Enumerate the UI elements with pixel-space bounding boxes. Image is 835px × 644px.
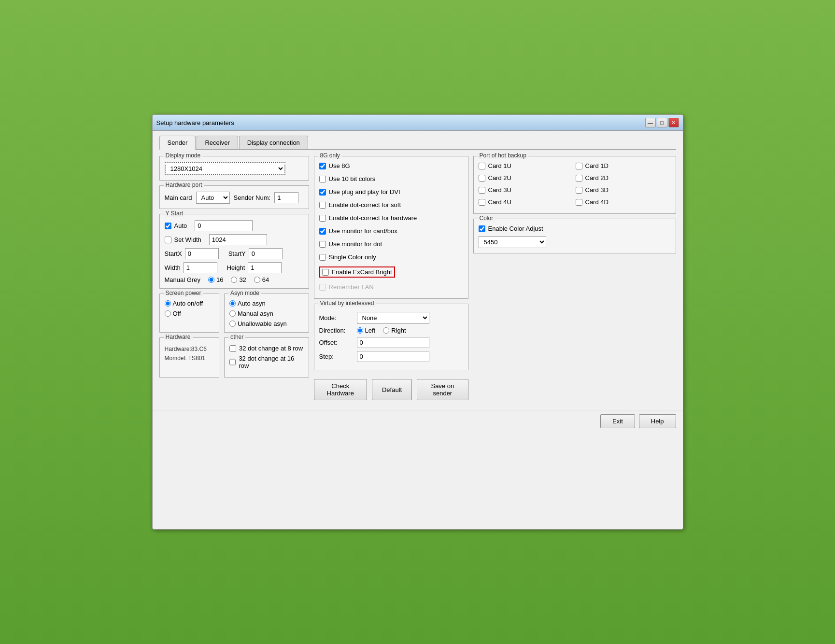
monitor-card-checkbox[interactable]	[319, 228, 326, 235]
display-mode-row: 1280X1024 1024X768 1920X1080	[165, 162, 304, 175]
dot-soft-label: Enable dot-correct for soft	[329, 201, 401, 209]
dot8-checkbox[interactable]	[229, 345, 236, 352]
maximize-button[interactable]: □	[657, 118, 667, 127]
set-width-checkbox[interactable]	[165, 237, 171, 243]
starty-input[interactable]	[249, 248, 283, 259]
tab-sender[interactable]: Sender	[159, 136, 196, 150]
excard-checkbox[interactable]	[322, 269, 329, 276]
card-1u-checkbox[interactable]	[479, 163, 485, 169]
starty-label: StartY	[228, 250, 246, 257]
auto-value-input[interactable]	[195, 220, 253, 231]
set-width-label: Set Width	[174, 236, 201, 243]
excard-label: Enable ExCard Bright	[332, 268, 392, 276]
window-title: Setup hardware parameters	[156, 119, 234, 126]
mode-select[interactable]: None Mode1 Mode2	[357, 312, 429, 324]
card-2u-checkbox[interactable]	[479, 175, 485, 182]
sender-num-input[interactable]	[274, 192, 298, 203]
sender-num-label: Sender Num:	[234, 194, 271, 201]
unallowable-asyn-radio[interactable]	[229, 321, 236, 327]
card-3d-checkbox[interactable]	[576, 187, 582, 194]
card-1d-label: Card 1D	[585, 162, 609, 169]
eight-g-label: 8G only	[318, 152, 342, 159]
enable-color-checkbox[interactable]	[479, 225, 485, 232]
title-bar: Setup hardware parameters — □ ✕	[153, 115, 683, 131]
single-color-row: Single Color only	[319, 253, 463, 261]
manual-asyn-radio[interactable]	[229, 310, 236, 317]
asyn-options: Auto asyn Manual asyn Unallowable asyn	[229, 300, 304, 327]
monitor-dot-checkbox[interactable]	[319, 241, 326, 248]
off-radio[interactable]	[165, 310, 171, 317]
grey-32-radio[interactable]	[231, 277, 237, 283]
auto-on-off-radio[interactable]	[165, 300, 171, 307]
grey-16-item: 16	[208, 276, 223, 283]
direction-options: Left Right	[357, 327, 406, 334]
dot-hw-label: Enable dot-correct for hardware	[329, 214, 417, 222]
right-item: Right	[383, 327, 406, 334]
card-2d-row: Card 2D	[576, 174, 671, 182]
tab-receiver[interactable]: Receiver	[197, 136, 238, 149]
color-value-select[interactable]: 5450 5000 6500	[479, 236, 546, 248]
startx-input[interactable]	[185, 248, 219, 259]
eight-g-list: Use 8G Use 10 bit colors Use plug and pl…	[319, 162, 463, 294]
card-1d-checkbox[interactable]	[576, 163, 582, 169]
dot-soft-checkbox[interactable]	[319, 202, 326, 209]
close-button[interactable]: ✕	[668, 118, 679, 127]
card-4d-checkbox[interactable]	[576, 199, 582, 206]
manual-asyn-item: Manual asyn	[229, 310, 304, 317]
use-10bit-checkbox[interactable]	[319, 176, 326, 182]
default-button[interactable]: Default	[372, 379, 412, 400]
right-column: Port of hot backup Card 1U Card 1D Ca	[473, 156, 676, 403]
dot16-checkbox[interactable]	[229, 359, 236, 365]
minimize-button[interactable]: —	[645, 118, 656, 127]
grey-64-radio[interactable]	[254, 277, 260, 283]
auto-on-off-label: Auto on/off	[173, 300, 203, 307]
ystart-label: Y Start	[164, 210, 185, 217]
save-on-sender-button[interactable]: Save on sender	[417, 379, 468, 400]
help-button[interactable]: Help	[639, 414, 676, 428]
step-input[interactable]	[357, 351, 429, 362]
title-bar-buttons: — □ ✕	[645, 118, 679, 127]
width-label: Width	[165, 264, 181, 271]
port-hot-backup-label: Port of hot backup	[478, 152, 528, 159]
use-8g-checkbox[interactable]	[319, 163, 326, 169]
color-label: Color	[478, 215, 495, 222]
auto-checkbox[interactable]	[165, 223, 171, 229]
card-3u-checkbox[interactable]	[479, 187, 485, 194]
card-4u-checkbox[interactable]	[479, 199, 485, 206]
remember-lan-checkbox[interactable]	[319, 284, 326, 291]
main-window: Setup hardware parameters — □ ✕ Sender R…	[152, 114, 683, 530]
monitor-card-label: Use monitor for card/box	[329, 227, 397, 235]
left-radio[interactable]	[357, 327, 363, 334]
startx-label: StartX	[165, 250, 182, 257]
dot-hw-checkbox[interactable]	[319, 215, 326, 222]
auto-asyn-radio[interactable]	[229, 300, 236, 307]
offset-input[interactable]	[357, 337, 429, 348]
step-row: Step:	[319, 351, 463, 362]
card-2d-checkbox[interactable]	[576, 175, 582, 182]
screen-power-group: Screen power Auto on/off Off	[159, 294, 219, 333]
right-radio[interactable]	[383, 327, 389, 334]
unallowable-asyn-label: Unallowable asyn	[238, 320, 287, 327]
auto-label: Auto	[174, 222, 187, 229]
exit-button[interactable]: Exit	[600, 414, 635, 428]
single-color-checkbox[interactable]	[319, 254, 326, 261]
color-select-row: 5450 5000 6500	[479, 236, 671, 248]
tab-display-connection[interactable]: Display connection	[239, 136, 308, 149]
width-input[interactable]	[184, 262, 217, 273]
auto-asyn-item: Auto asyn	[229, 300, 304, 307]
size-group: Width Height	[165, 262, 304, 273]
dot8-row: 32 dot change at 8 row	[229, 345, 304, 352]
plug-play-checkbox[interactable]	[319, 189, 326, 196]
use-10bit-label: Use 10 bit colors	[329, 175, 376, 182]
grey-16-radio[interactable]	[208, 277, 214, 283]
display-mode-group: Display mode 1280X1024 1024X768 1920X108…	[159, 156, 309, 181]
excard-row: Enable ExCard Bright	[319, 266, 463, 278]
grey-64-item: 64	[254, 276, 269, 283]
card-4u-row: Card 4U	[479, 198, 574, 206]
check-hardware-button[interactable]: Check Hardware	[314, 379, 367, 400]
display-mode-select[interactable]: 1280X1024 1024X768 1920X1080	[165, 162, 285, 175]
set-width-value-input[interactable]	[209, 234, 267, 245]
main-card-label: Main card	[165, 194, 192, 201]
height-input[interactable]	[248, 262, 282, 273]
main-card-select[interactable]: Auto 1 2	[196, 192, 230, 204]
